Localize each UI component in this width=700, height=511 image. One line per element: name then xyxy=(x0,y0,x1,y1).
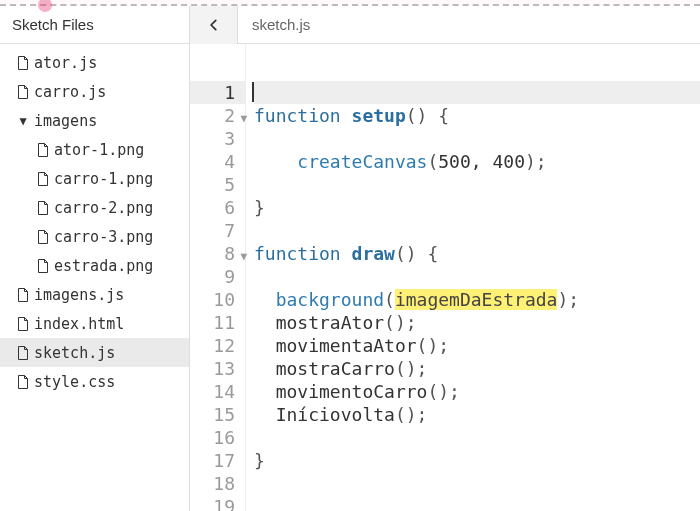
code-line[interactable]: Iníciovolta(); xyxy=(254,403,700,426)
line-number: 6 xyxy=(190,196,245,219)
line-number: 5 xyxy=(190,173,245,196)
file-item[interactable]: imagens.js xyxy=(0,280,189,309)
line-number: 10 xyxy=(190,288,245,311)
code-line[interactable] xyxy=(254,265,700,288)
code-token xyxy=(254,151,297,172)
code-line[interactable]: movimentaAtor(); xyxy=(254,334,700,357)
line-number-gutter: 12▼345678▼910111213141516171819 xyxy=(190,44,246,511)
code-token xyxy=(254,312,276,333)
file-item[interactable]: ator-1.png xyxy=(0,135,189,164)
code-token xyxy=(254,289,276,310)
file-icon xyxy=(34,259,52,273)
line-number: 8▼ xyxy=(190,242,245,265)
code-token: ); xyxy=(525,151,547,172)
file-item[interactable]: ator.js xyxy=(0,48,189,77)
code-token: background xyxy=(276,289,384,310)
tree-item-label: carro.js xyxy=(32,83,106,101)
code-token xyxy=(254,335,276,356)
file-icon xyxy=(34,143,52,157)
file-icon xyxy=(34,172,52,186)
code-token: mostraCarro xyxy=(276,358,395,379)
back-button[interactable] xyxy=(190,6,238,44)
code-token: createCanvas xyxy=(297,151,427,172)
file-item[interactable]: style.css xyxy=(0,367,189,396)
code-token xyxy=(254,358,276,379)
file-icon xyxy=(14,317,32,331)
code-token: () { xyxy=(406,105,449,126)
line-number: 1 xyxy=(190,81,245,104)
code-line[interactable]: } xyxy=(254,449,700,472)
line-number: 3 xyxy=(190,127,245,150)
code-line[interactable]: background(imagemDaEstrada); xyxy=(254,288,700,311)
code-editor[interactable]: 12▼345678▼910111213141516171819 function… xyxy=(190,44,700,511)
code-token: (); xyxy=(384,312,417,333)
code-line[interactable] xyxy=(254,219,700,242)
file-sidebar: Sketch Files ator.jscarro.js▼imagensator… xyxy=(0,6,190,511)
folder-caret-icon: ▼ xyxy=(14,115,32,127)
line-number: 9 xyxy=(190,265,245,288)
code-line[interactable]: mostraAtor(); xyxy=(254,311,700,334)
code-token: , xyxy=(471,151,493,172)
tree-item-label: index.html xyxy=(32,315,124,333)
code-token: mostraAtor xyxy=(276,312,384,333)
code-line[interactable]: createCanvas(500, 400); xyxy=(254,150,700,173)
text-cursor xyxy=(252,82,254,102)
editor-tabbar: sketch.js xyxy=(190,6,700,44)
code-token: function xyxy=(254,243,352,264)
code-content[interactable]: function setup() { createCanvas(500, 400… xyxy=(246,44,700,511)
tree-item-label: estrada.png xyxy=(52,257,153,275)
tree-item-label: imagens xyxy=(32,112,97,130)
code-line[interactable] xyxy=(254,472,700,495)
file-icon xyxy=(14,346,32,360)
tree-item-label: ator.js xyxy=(32,54,97,72)
code-line[interactable] xyxy=(254,495,700,511)
code-token: ( xyxy=(427,151,438,172)
code-token: movimentaAtor xyxy=(276,335,417,356)
line-number: 13 xyxy=(190,357,245,380)
code-token: (); xyxy=(417,335,450,356)
line-number: 12 xyxy=(190,334,245,357)
code-token: setup xyxy=(352,105,406,126)
code-token: 500 xyxy=(438,151,471,172)
code-token: Iníciovolta xyxy=(276,404,395,425)
tree-item-label: carro-1.png xyxy=(52,170,153,188)
file-icon xyxy=(34,201,52,215)
line-number: 14 xyxy=(190,380,245,403)
folder-item[interactable]: ▼imagens xyxy=(0,106,189,135)
code-token: ( xyxy=(384,289,395,310)
line-number: 18 xyxy=(190,472,245,495)
code-line[interactable] xyxy=(254,173,700,196)
file-item[interactable]: carro-1.png xyxy=(0,164,189,193)
code-token: (); xyxy=(427,381,460,402)
file-item[interactable]: estrada.png xyxy=(0,251,189,280)
file-item[interactable]: carro.js xyxy=(0,77,189,106)
file-item[interactable]: index.html xyxy=(0,309,189,338)
code-line[interactable]: } xyxy=(254,196,700,219)
file-tree: ator.jscarro.js▼imagensator-1.pngcarro-1… xyxy=(0,44,189,400)
file-item[interactable]: sketch.js xyxy=(0,338,189,367)
file-icon xyxy=(34,230,52,244)
code-line[interactable] xyxy=(254,426,700,449)
line-number: 2▼ xyxy=(190,104,245,127)
line-number: 11 xyxy=(190,311,245,334)
code-token: ); xyxy=(557,289,579,310)
open-file-name: sketch.js xyxy=(238,16,324,33)
file-item[interactable]: carro-2.png xyxy=(0,193,189,222)
editor-pane: sketch.js 12▼345678▼91011121314151617181… xyxy=(190,6,700,511)
code-line[interactable] xyxy=(254,127,700,150)
tree-item-label: carro-2.png xyxy=(52,199,153,217)
code-line[interactable]: function setup() { xyxy=(254,104,700,127)
code-line[interactable]: mostraCarro(); xyxy=(254,357,700,380)
code-line[interactable] xyxy=(254,81,700,104)
tree-item-label: imagens.js xyxy=(32,286,124,304)
code-token: (); xyxy=(395,404,428,425)
file-item[interactable]: carro-3.png xyxy=(0,222,189,251)
code-token: imagemDaEstrada xyxy=(395,289,558,310)
line-number: 16 xyxy=(190,426,245,449)
code-token: } xyxy=(254,450,265,471)
chevron-left-icon xyxy=(207,18,221,32)
code-line[interactable]: function draw() { xyxy=(254,242,700,265)
code-line[interactable]: movimentoCarro(); xyxy=(254,380,700,403)
file-icon xyxy=(14,375,32,389)
code-token: function xyxy=(254,105,352,126)
